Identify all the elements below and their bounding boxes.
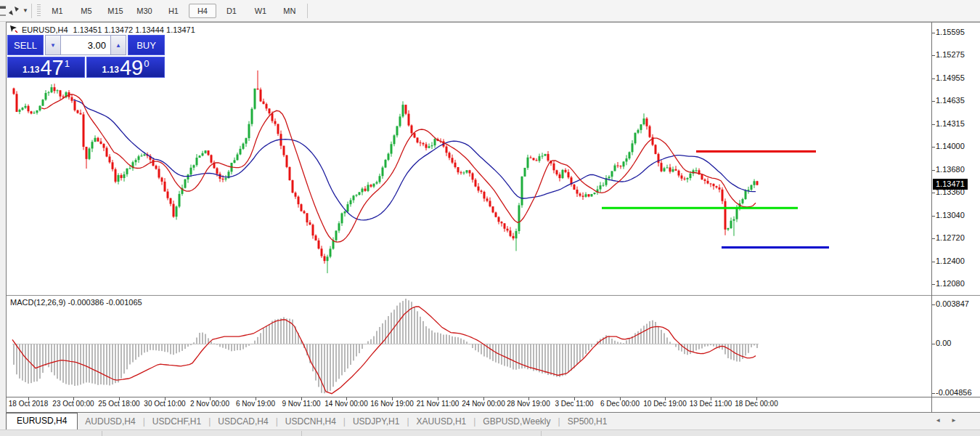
time-tick-label: 16 Nov 19:00 xyxy=(370,400,414,408)
timeframe-button-D1[interactable]: D1 xyxy=(218,4,245,18)
tab-USDCAD-H4[interactable]: USDCAD,H4 xyxy=(211,414,275,429)
sell-price-base: 1.13 xyxy=(23,65,39,75)
sell-price-big: 47 xyxy=(40,58,63,77)
price-tick-label: 1.12720 xyxy=(936,233,965,242)
buy-price-base: 1.13 xyxy=(102,65,119,75)
price-tick-label: 1.13040 xyxy=(936,211,965,219)
time-tick-label: 18 Dec 00:00 xyxy=(735,400,778,408)
timeframe-button-M1[interactable]: M1 xyxy=(44,4,71,18)
tab-GBPUSD-Weekly[interactable]: GBPUSD,Weekly xyxy=(475,414,558,429)
arrange-charts-dropdown-icon[interactable]: ▼ xyxy=(23,7,28,14)
tab-USDJPY-H1[interactable]: USDJPY,H1 xyxy=(346,414,407,429)
price-tick-label: 1.12400 xyxy=(936,257,965,265)
tab-EURUSD-H4[interactable]: EURUSD,H4 xyxy=(6,413,78,429)
macd-tick-mark xyxy=(932,393,935,394)
macd-tick-label: -0.004856 xyxy=(936,388,972,397)
price-tick-mark xyxy=(932,147,935,148)
volume-input[interactable] xyxy=(61,35,110,55)
buy-price-big: 49 xyxy=(120,58,143,77)
time-tick-label: 2 Nov 00:00 xyxy=(190,400,229,408)
chart-cursor-icon xyxy=(9,25,18,34)
tab-AUDUSD-H4[interactable]: AUDUSD,H4 xyxy=(78,414,142,429)
time-tick-label: 6 Dec 00:00 xyxy=(600,400,640,408)
timeframe-button-W1[interactable]: W1 xyxy=(247,4,274,18)
time-tick-label: 18 Oct 2018 xyxy=(9,400,48,408)
price-tick-mark xyxy=(932,55,935,56)
time-axis-line xyxy=(7,397,980,397)
time-tick-label: 21 Nov 11:00 xyxy=(417,400,460,408)
macd-tick-mark xyxy=(932,344,935,344)
price-tick-label: 1.15275 xyxy=(936,50,965,59)
price-tick-label: 1.12080 xyxy=(936,279,965,288)
price-tick-mark xyxy=(932,193,935,193)
macd-tick-label: 0.003847 xyxy=(936,299,969,308)
time-tick-label: 30 Oct 10:00 xyxy=(144,400,185,408)
symbol-tab-bar: EURUSD,H4AUDUSD,H4|USDCHF,H1|USDCAD,H4|U… xyxy=(0,413,980,429)
buy-price-display[interactable]: 1.13 49 0 xyxy=(86,57,165,78)
price-tick-label: 1.13680 xyxy=(936,165,965,174)
status-bar xyxy=(0,429,980,436)
price-tick-mark xyxy=(932,284,935,285)
timeframe-button-MN[interactable]: MN xyxy=(276,4,303,18)
price-tick-mark xyxy=(932,216,935,217)
price-tick-mark xyxy=(932,262,935,262)
price-tick-mark xyxy=(932,101,935,102)
toolbar-grip[interactable] xyxy=(37,4,41,17)
price-tick-label: 1.15595 xyxy=(936,28,965,36)
volume-decrease-button[interactable]: ▼ xyxy=(45,35,61,55)
tab-USDCHF-H1[interactable]: USDCHF,H1 xyxy=(145,414,208,429)
price-tick-label: 1.14635 xyxy=(936,96,965,105)
chart-symbol-label: EURUSD,H4 xyxy=(22,25,68,34)
quote-panel: SELL ▼ ▲ BUY 1.13 47 1 1.13 49 0 xyxy=(7,35,165,78)
macd-plot[interactable] xyxy=(7,296,931,397)
tabs-scroll-right-icon[interactable]: ► xyxy=(951,417,967,424)
volume-increase-button[interactable]: ▲ xyxy=(110,35,126,55)
time-tick-label: 25 Oct 18:00 xyxy=(98,400,139,408)
toolbar-separator xyxy=(31,4,32,18)
tab-USDCNH-H4[interactable]: USDCNH,H4 xyxy=(278,414,343,429)
price-tick-mark xyxy=(932,124,935,125)
sell-button[interactable]: SELL xyxy=(7,35,44,55)
timeframe-button-M30[interactable]: M30 xyxy=(131,4,158,18)
buy-button[interactable]: BUY xyxy=(128,35,165,55)
time-tick-label: 28 Nov 19:00 xyxy=(507,400,550,408)
toolbar-separator xyxy=(307,4,308,18)
chart-window: EURUSD,H4 1.13451 1.13472 1.13444 1.1347… xyxy=(6,22,980,413)
chart-title-row: EURUSD,H4 1.13451 1.13472 1.13444 1.1347… xyxy=(9,25,195,34)
price-tick-mark xyxy=(932,170,935,171)
arrange-charts-icon[interactable] xyxy=(6,4,22,18)
top-toolbar: ▼ M1M5M15M30H1H4D1W1MN xyxy=(0,0,980,22)
sell-price-display[interactable]: 1.13 47 1 xyxy=(7,57,85,78)
time-tick-label: 23 Oct 00:00 xyxy=(52,400,94,408)
new-chart-icon[interactable] xyxy=(0,4,6,18)
tab-XAUUSD-H1[interactable]: XAUUSD,H1 xyxy=(409,414,474,429)
timeframe-button-H4[interactable]: H4 xyxy=(189,4,216,18)
timeframe-button-M5[interactable]: M5 xyxy=(73,4,100,18)
price-tick-mark xyxy=(932,33,935,33)
chart-ohlc-values: 1.13451 1.13472 1.13444 1.13471 xyxy=(73,25,195,34)
pane-splitter[interactable] xyxy=(7,295,980,296)
time-tick-label: 6 Nov 19:00 xyxy=(236,400,275,408)
time-tick-label: 13 Dec 11:00 xyxy=(690,400,732,408)
price-tick-label: 1.14955 xyxy=(936,73,965,82)
price-tick-label: 1.14000 xyxy=(936,142,965,150)
time-tick-label: 24 Nov 00:00 xyxy=(462,400,505,408)
price-tick-mark xyxy=(932,78,935,79)
time-tick-label: 14 Nov 00:00 xyxy=(324,400,368,408)
timeframe-button-M15[interactable]: M15 xyxy=(102,4,129,18)
price-tick-mark xyxy=(932,238,935,239)
price-axis-separator xyxy=(931,23,932,413)
macd-tick-label: 0.00 xyxy=(936,339,951,347)
macd-tick-mark xyxy=(932,304,935,305)
tabs-scroll-left-icon[interactable]: ◄ xyxy=(935,417,951,424)
time-tick-label: 9 Nov 11:00 xyxy=(282,400,320,408)
sell-price-pip: 1 xyxy=(65,58,70,69)
current-price-badge: 1.13471 xyxy=(933,179,968,190)
macd-indicator-label: MACD(12,26,9) -0.000386 -0.001065 xyxy=(10,298,142,307)
time-tick-label: 10 Dec 19:00 xyxy=(643,400,687,408)
buy-price-pip: 0 xyxy=(144,58,149,69)
timeframe-button-H1[interactable]: H1 xyxy=(160,4,187,18)
time-tick-label: 3 Dec 11:00 xyxy=(555,400,593,408)
tab-SP500-H1[interactable]: SP500,H1 xyxy=(560,414,615,429)
price-tick-label: 1.14315 xyxy=(936,119,965,128)
